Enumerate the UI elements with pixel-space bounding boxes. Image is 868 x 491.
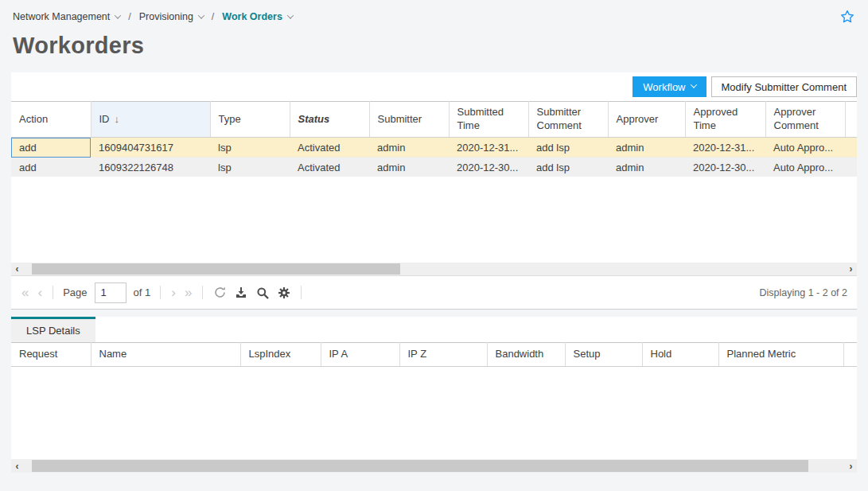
breadcrumb-network-management[interactable]: Network Management xyxy=(13,11,120,22)
modify-button-label: Modify Submitter Comment xyxy=(722,81,847,93)
details-horizontal-scrollbar[interactable]: ‹ › xyxy=(11,459,857,473)
column-header-bandwidth[interactable]: Bandwidth xyxy=(487,343,565,367)
cell-submitted-time[interactable]: 2020-12-30... xyxy=(449,158,528,177)
workorders-horizontal-scrollbar[interactable]: ‹ › xyxy=(11,263,857,276)
breadcrumb-label: Work Orders xyxy=(222,11,282,22)
column-header-filler xyxy=(843,343,857,367)
action-bar: Workflow Modify Submitter Comment xyxy=(11,72,857,101)
column-header-action[interactable]: Action xyxy=(11,102,91,138)
column-header-approved-time[interactable]: Approved Time xyxy=(685,102,765,138)
page-label: Page xyxy=(63,286,87,298)
column-header-submitted-time[interactable]: Submitted Time xyxy=(449,102,528,138)
workorders-header-row: Action ID↓ Type Status Submitter Submitt… xyxy=(11,102,857,138)
cell-submitter[interactable]: admin xyxy=(369,158,449,177)
breadcrumb-provisioning[interactable]: Provisioning xyxy=(139,11,204,22)
column-header-status[interactable]: Status xyxy=(290,102,369,138)
scrollbar-track[interactable] xyxy=(23,263,845,275)
column-header-lspindex[interactable]: LspIndex xyxy=(240,343,321,367)
cell-approver-comment[interactable]: Auto Appro... xyxy=(765,138,845,158)
cell-approved-time[interactable]: 2020-12-30... xyxy=(685,158,765,177)
column-header-name[interactable]: Name xyxy=(91,343,240,367)
chevron-down-icon xyxy=(690,81,696,88)
cell-submitted-time[interactable]: 2020-12-31... xyxy=(449,138,528,158)
cell-type[interactable]: lsp xyxy=(210,158,290,177)
workorder-row-1[interactable]: add 1609404731617 lsp Activated admin 20… xyxy=(11,138,857,158)
cell-approved-time[interactable]: 2020-12-31... xyxy=(685,138,765,158)
toolbar-separator xyxy=(202,286,203,299)
favorite-star-icon[interactable] xyxy=(839,9,855,25)
column-header-label: Type xyxy=(219,113,241,125)
cell-approver[interactable]: admin xyxy=(608,138,685,158)
cell-approver-comment[interactable]: Auto Appro... xyxy=(765,158,845,177)
previous-page-button[interactable]: ‹ xyxy=(37,286,43,299)
tab-lsp-details[interactable]: LSP Details xyxy=(11,317,95,342)
breadcrumb-separator: / xyxy=(127,11,132,22)
workorder-row-2[interactable]: add 1609322126748 lsp Activated admin 20… xyxy=(11,158,857,177)
lsp-details-table: Request Name LspIndex IP A IP Z Bandwidt… xyxy=(11,342,857,367)
column-header-approver-comment[interactable]: Approver Comment xyxy=(765,102,845,138)
toolbar-separator xyxy=(160,286,161,299)
column-header-approver[interactable]: Approver xyxy=(608,102,685,138)
column-header-label: Name xyxy=(99,348,127,360)
column-header-setup[interactable]: Setup xyxy=(565,343,642,367)
cell-status[interactable]: Activated xyxy=(290,138,369,158)
details-empty-area xyxy=(11,367,857,459)
column-header-label: Setup xyxy=(574,348,601,360)
column-header-ip-z[interactable]: IP Z xyxy=(399,343,487,367)
scroll-left-icon[interactable]: ‹ xyxy=(11,459,23,473)
cell-submitter-comment[interactable]: add lsp xyxy=(528,138,608,158)
cell-type[interactable]: lsp xyxy=(210,138,290,158)
scroll-right-icon[interactable]: › xyxy=(845,459,857,473)
scroll-right-icon[interactable]: › xyxy=(845,263,857,275)
chevron-down-icon xyxy=(198,12,204,18)
scrollbar-track[interactable] xyxy=(23,459,845,473)
table-empty-area xyxy=(11,177,857,263)
cell-submitter[interactable]: admin xyxy=(369,138,449,158)
chevron-down-icon xyxy=(287,12,294,18)
scrollbar-thumb[interactable] xyxy=(32,263,400,275)
breadcrumb-work-orders[interactable]: Work Orders xyxy=(222,11,293,22)
column-header-type[interactable]: Type xyxy=(210,102,290,138)
column-header-ip-a[interactable]: IP A xyxy=(321,343,399,367)
cell-id[interactable]: 1609404731617 xyxy=(91,138,210,158)
column-header-request[interactable]: Request xyxy=(11,343,91,367)
column-header-label: Approved Time xyxy=(694,106,738,131)
column-header-planned-metric[interactable]: Planned Metric xyxy=(718,343,843,367)
last-page-button[interactable]: » xyxy=(184,286,193,299)
cell-id[interactable]: 1609322126748 xyxy=(91,158,210,177)
workflow-button[interactable]: Workflow xyxy=(633,76,706,97)
search-icon[interactable] xyxy=(255,286,270,300)
section-gap xyxy=(0,310,868,317)
page-title: Workorders xyxy=(13,32,857,59)
export-download-icon[interactable] xyxy=(234,286,248,300)
settings-gear-icon[interactable] xyxy=(277,286,291,300)
displaying-status: Displaying 1 - 2 of 2 xyxy=(760,287,847,298)
cell-submitter-comment[interactable]: add lsp xyxy=(528,158,608,177)
details-tab-strip: LSP Details xyxy=(11,317,857,342)
column-header-label: Bandwidth xyxy=(496,348,544,360)
page-number-input[interactable] xyxy=(95,283,127,303)
cell-approver[interactable]: admin xyxy=(608,158,685,177)
next-page-button[interactable]: › xyxy=(170,286,177,299)
column-header-label: ID xyxy=(99,113,110,125)
refresh-icon[interactable] xyxy=(212,286,227,300)
breadcrumb-label: Network Management xyxy=(13,11,110,22)
pagination-toolbar: « ‹ Page of 1 › » xyxy=(11,276,857,310)
cell-action[interactable]: add xyxy=(11,138,91,158)
scrollbar-thumb[interactable] xyxy=(32,460,808,472)
cell-action[interactable]: add xyxy=(11,158,91,177)
cell-status[interactable]: Activated xyxy=(290,158,369,177)
column-header-label: LspIndex xyxy=(249,348,291,360)
column-header-hold[interactable]: Hold xyxy=(642,343,718,367)
first-page-button[interactable]: « xyxy=(21,286,29,299)
breadcrumb-label: Provisioning xyxy=(139,11,193,22)
column-header-id[interactable]: ID↓ xyxy=(91,102,210,138)
column-header-label: Action xyxy=(19,113,48,125)
column-header-label: Planned Metric xyxy=(727,348,796,360)
column-header-label: Status xyxy=(298,113,330,125)
scroll-left-icon[interactable]: ‹ xyxy=(11,263,23,275)
column-header-submitter[interactable]: Submitter xyxy=(369,102,449,138)
breadcrumb: Network Management / Provisioning / Work… xyxy=(0,0,868,23)
modify-submitter-comment-button[interactable]: Modify Submitter Comment xyxy=(711,76,858,97)
column-header-submitter-comment[interactable]: Submitter Comment xyxy=(528,102,608,138)
